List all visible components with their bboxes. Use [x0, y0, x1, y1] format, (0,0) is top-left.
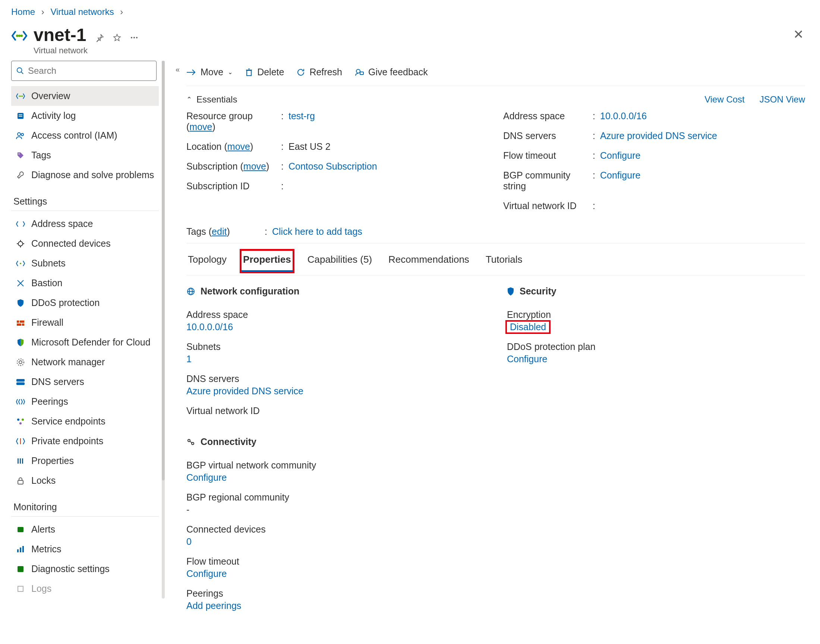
tab-tutorials[interactable]: Tutorials — [484, 251, 524, 271]
ess-val-dns[interactable]: Azure provided DNS service — [600, 130, 717, 141]
move-location-link[interactable]: move — [227, 141, 250, 152]
sidebar-item-bastion[interactable]: Bastion — [11, 273, 159, 293]
connected-icon — [16, 239, 25, 248]
sidebar-item-address-space[interactable]: Address space — [11, 214, 159, 234]
sidebar-item-label: Access control (IAM) — [31, 130, 117, 141]
sidebar-item-label: Network manager — [31, 357, 105, 368]
svg-point-3 — [131, 37, 132, 38]
metrics-icon — [16, 544, 25, 554]
ess-val-subscription[interactable]: Contoso Subscription — [288, 161, 377, 172]
sidebar-item-connected-devices[interactable]: Connected devices — [11, 234, 159, 253]
prop-bgpvn-value[interactable]: Configure — [186, 472, 227, 483]
prop-bgpvn-label: BGP virtual network community — [186, 455, 484, 472]
close-icon[interactable]: ✕ — [792, 28, 805, 41]
sidebar-item-label: Connected devices — [31, 238, 111, 249]
tab-capabilities[interactable]: Capabilities (5) — [306, 251, 374, 271]
network-config-heading: Network configuration — [201, 286, 299, 297]
prop-dns-label: DNS servers — [186, 368, 484, 386]
delete-button[interactable]: Delete — [245, 67, 284, 78]
ess-val-rg[interactable]: test-rg — [288, 111, 315, 121]
svg-point-16 — [18, 153, 19, 154]
collapse-sidebar-icon[interactable]: « — [176, 65, 180, 74]
prop-ddos-label: DDoS protection plan — [507, 336, 805, 354]
essentials-heading: Essentials — [196, 94, 237, 105]
sidebar-item-service-endpoints[interactable]: Service endpoints — [11, 411, 159, 431]
sidebar-item-logs[interactable]: Logs — [11, 579, 159, 598]
pin-icon[interactable] — [94, 32, 106, 43]
star-icon[interactable] — [112, 32, 123, 43]
sidebar-item-label: Logs — [31, 583, 51, 594]
sidebar-item-label: Bastion — [31, 278, 62, 288]
sidebar-item-access-control[interactable]: Access control (IAM) — [11, 126, 159, 145]
sidebar-item-diagnose[interactable]: Diagnose and solve problems — [11, 165, 159, 185]
move-button[interactable]: Move ⌄ — [186, 67, 233, 78]
search-field[interactable] — [28, 66, 152, 76]
sidebar-item-properties[interactable]: Properties — [11, 451, 159, 471]
sidebar-item-alerts[interactable]: Alerts — [11, 520, 159, 539]
tab-recommendations[interactable]: Recommendations — [387, 251, 471, 271]
view-cost-link[interactable]: View Cost — [705, 94, 745, 105]
svg-point-4 — [133, 37, 135, 38]
prop-subnets-value[interactable]: 1 — [186, 354, 192, 364]
sidebar-item-metrics[interactable]: Metrics — [11, 539, 159, 559]
sidebar-item-firewall[interactable]: Firewall — [11, 313, 159, 333]
collapse-essentials-icon[interactable]: ⌃ — [186, 95, 192, 104]
prop-subnets-label: Subnets — [186, 336, 484, 354]
sidebar-item-subnets[interactable]: Subnets — [11, 253, 159, 273]
ess-val-bgp[interactable]: Configure — [600, 170, 640, 181]
defender-icon — [16, 338, 25, 347]
prop-flow-label: Flow timeout — [186, 551, 484, 568]
ess-val-flow[interactable]: Configure — [600, 150, 640, 161]
svg-rect-46 — [18, 586, 23, 592]
sidebar-item-diagnostic-settings[interactable]: Diagnostic settings — [11, 559, 159, 579]
svg-rect-43 — [20, 547, 21, 552]
sidebar-item-activity-log[interactable]: Activity log — [11, 106, 159, 126]
sidebar-item-label: Diagnose and solve problems — [31, 170, 154, 180]
sidebar-item-label: Activity log — [31, 110, 76, 121]
add-tags-link[interactable]: Click here to add tags — [272, 226, 362, 237]
ess-val-addr[interactable]: 10.0.0.0/16 — [600, 111, 647, 121]
tab-properties[interactable]: Properties — [242, 251, 293, 271]
prop-conn-value[interactable]: 0 — [186, 536, 192, 547]
prop-bgpr-label: BGP regional community — [186, 487, 484, 504]
feedback-button[interactable]: Give feedback — [355, 67, 428, 78]
sidebar-item-dns-servers[interactable]: DNS servers — [11, 372, 159, 392]
sidebar-item-ddos[interactable]: DDoS protection — [11, 293, 159, 313]
sidebar-item-locks[interactable]: Locks — [11, 471, 159, 491]
sidebar-item-network-manager[interactable]: Network manager — [11, 352, 159, 372]
address-space-icon — [16, 219, 25, 229]
sidebar-item-tags[interactable]: Tags — [11, 145, 159, 165]
ess-label-bgp: BGP community string — [503, 170, 593, 192]
move-rg-link[interactable]: move — [189, 121, 212, 132]
sidebar-item-label: Firewall — [31, 317, 63, 328]
move-subscription-link[interactable]: move — [244, 161, 266, 172]
sidebar-scrollbar[interactable] — [162, 61, 165, 598]
refresh-button[interactable]: Refresh — [297, 67, 342, 78]
json-view-link[interactable]: JSON View — [760, 94, 805, 105]
breadcrumb-home[interactable]: Home — [11, 7, 35, 17]
edit-tags-link[interactable]: edit — [212, 226, 227, 237]
sidebar-item-overview[interactable]: Overview — [11, 86, 159, 106]
sidebar-item-peerings[interactable]: Peerings — [11, 392, 159, 411]
search-input[interactable] — [11, 61, 156, 81]
sidebar-item-private-endpoints[interactable]: Private endpoints — [11, 431, 159, 451]
svg-rect-40 — [18, 480, 23, 484]
tab-topology[interactable]: Topology — [186, 251, 228, 271]
prop-peer-value[interactable]: Add peerings — [186, 600, 241, 611]
svg-rect-48 — [247, 71, 251, 76]
breadcrumb-vnets[interactable]: Virtual networks — [50, 7, 114, 17]
prop-enc-value[interactable]: Disabled — [510, 322, 546, 332]
more-icon[interactable] — [129, 32, 140, 43]
prop-ddos-value[interactable]: Configure — [507, 354, 547, 364]
prop-addr-label: Address space — [186, 304, 484, 322]
svg-rect-13 — [18, 116, 22, 117]
prop-addr-value[interactable]: 10.0.0.0/16 — [186, 322, 233, 332]
sidebar-item-label: Service endpoints — [31, 416, 106, 427]
prop-flow-value[interactable]: Configure — [186, 568, 227, 579]
svg-line-58 — [190, 441, 192, 443]
breadcrumb-sep-icon: › — [41, 7, 44, 17]
sidebar-item-defender[interactable]: Microsoft Defender for Cloud — [11, 333, 159, 352]
properties-icon — [16, 456, 25, 466]
prop-dns-value[interactable]: Azure provided DNS service — [186, 386, 303, 396]
svg-point-9 — [20, 95, 21, 97]
